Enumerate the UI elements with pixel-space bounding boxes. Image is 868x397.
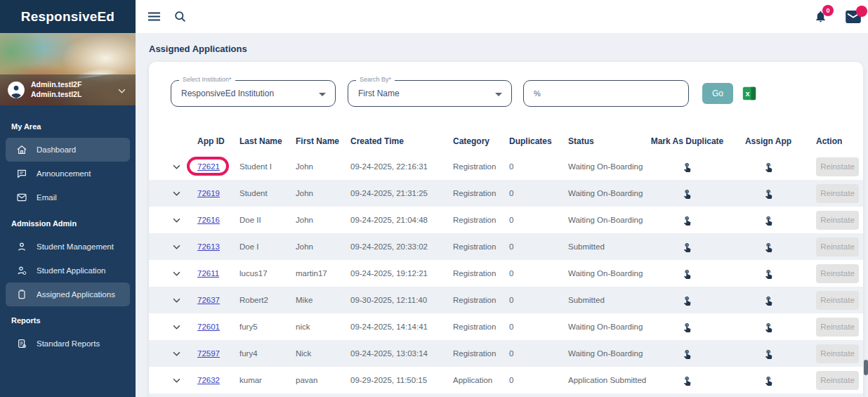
reinstate-button[interactable]: Reinstate (816, 184, 859, 203)
app-id-link[interactable]: 72619 (197, 189, 220, 197)
category-cell: Registration (453, 189, 509, 197)
sidebar-item-assigned-applications[interactable]: Assigned Applications (6, 282, 130, 306)
notifications-bell-icon[interactable]: 0 (814, 10, 827, 23)
report-clipboard-icon (16, 338, 27, 349)
table-row: 72632 kumar pavan 09-29-2025, 11:50:15 A… (149, 367, 863, 393)
sidebar-item-student-application[interactable]: Student Application (6, 259, 130, 282)
app-id-link[interactable]: 72616 (197, 216, 220, 224)
mark-duplicate-touch-icon[interactable] (682, 215, 692, 226)
row-expand-chevron-icon[interactable] (173, 218, 180, 223)
sidebar-item-label: Student Management (37, 242, 114, 251)
table-row: 72601 fury5 nick 09-24-2025, 14:14:41 Re… (149, 313, 863, 340)
last-name-cell: Student I (239, 162, 296, 171)
reinstate-button[interactable]: Reinstate (816, 237, 859, 256)
table-body: 72621 Student I John 09-24-2025, 22:16:3… (149, 153, 863, 397)
col-header-action: Action (805, 136, 863, 146)
row-expand-chevron-icon[interactable] (173, 191, 180, 196)
app-window: ResponsiveEd Admiin.testl2F Admiin.testl… (0, 0, 868, 397)
table-row (149, 393, 863, 397)
mark-duplicate-touch-icon[interactable] (682, 242, 692, 252)
row-expand-chevron-icon[interactable] (173, 378, 180, 383)
duplicates-cell: 0 (509, 242, 568, 251)
duplicates-cell: 0 (509, 162, 568, 171)
app-id-link[interactable]: 72637 (197, 296, 220, 304)
row-expand-chevron-icon[interactable] (173, 164, 180, 169)
mark-duplicate-touch-icon[interactable] (682, 162, 692, 172)
mark-duplicate-touch-icon[interactable] (682, 268, 692, 279)
status-cell: Submitted (568, 242, 643, 251)
table-row: 72619 Student John 09-24-2025, 21:31:25 … (149, 180, 863, 207)
sidebar-banner-image: Admiin.testl2F Admiin.testl2L (0, 33, 136, 105)
search-input[interactable] (524, 81, 688, 106)
first-name-cell: nick (296, 323, 350, 331)
row-expand-chevron-icon[interactable] (173, 271, 180, 276)
reinstate-button[interactable]: Reinstate (816, 318, 859, 337)
mark-duplicate-touch-icon[interactable] (682, 375, 692, 386)
created-time-cell: 09-24-2025, 21:04:48 (350, 216, 453, 224)
row-expand-chevron-icon[interactable] (173, 245, 180, 249)
table-row: 72621 Student I John 09-24-2025, 22:16:3… (149, 153, 863, 180)
section-label-my-area: My Area (11, 122, 136, 131)
reinstate-button[interactable]: Reinstate (816, 157, 859, 176)
category-cell: Registration (453, 349, 509, 358)
mark-duplicate-touch-icon[interactable] (682, 295, 692, 306)
app-id-link[interactable]: 72621 (197, 162, 220, 171)
status-cell: Waiting On-Boarding (568, 323, 643, 331)
last-name-cell: lucus17 (239, 269, 296, 278)
table-row: 72616 Doe II John 09-24-2025, 21:04:48 R… (149, 207, 863, 233)
assign-app-touch-icon[interactable] (763, 295, 774, 306)
search-by-select[interactable]: Search By* First Name (348, 80, 512, 107)
excel-export-icon[interactable]: x (742, 86, 756, 100)
mark-duplicate-touch-icon[interactable] (682, 349, 692, 359)
reinstate-button[interactable]: Reinstate (816, 264, 859, 283)
sidebar: ResponsiveEd Admiin.testl2F Admiin.testl… (0, 0, 136, 397)
sidebar-item-label: Announcement (37, 169, 91, 178)
assign-app-touch-icon[interactable] (763, 322, 774, 332)
app-id-link[interactable]: 72611 (197, 269, 219, 278)
user-chevron-down-icon[interactable] (118, 84, 126, 96)
sidebar-item-label: Dashboard (37, 145, 76, 154)
created-time-cell: 09-24-2025, 14:14:41 (350, 323, 453, 331)
mark-duplicate-touch-icon[interactable] (682, 188, 692, 199)
search-icon[interactable] (173, 10, 187, 23)
institution-select[interactable]: Select Institution* ResponsiveEd Institu… (171, 80, 336, 107)
assign-app-touch-icon[interactable] (763, 215, 774, 226)
go-button[interactable]: Go (702, 83, 733, 104)
app-id-link[interactable]: 72597 (197, 349, 220, 358)
messages-mail-icon[interactable] (846, 11, 861, 23)
app-id-link[interactable]: 72613 (197, 242, 220, 251)
row-expand-chevron-icon[interactable] (173, 298, 180, 303)
topbar: 0 (136, 0, 868, 33)
app-id-link[interactable]: 72632 (197, 376, 220, 384)
menu-hamburger-icon[interactable] (148, 12, 160, 21)
reinstate-button[interactable]: Reinstate (816, 211, 859, 230)
assign-app-touch-icon[interactable] (763, 349, 774, 359)
search-text-field (523, 80, 689, 107)
assign-app-touch-icon[interactable] (763, 188, 774, 199)
sidebar-item-announcement[interactable]: Announcement (6, 162, 130, 186)
reinstate-button[interactable]: Reinstate (816, 344, 859, 363)
user-menu[interactable]: Admiin.testl2F Admiin.testl2L (0, 74, 136, 105)
sidebar-item-email[interactable]: Email (6, 186, 130, 209)
first-name-cell: John (296, 242, 350, 251)
reinstate-button[interactable]: Reinstate (816, 371, 859, 390)
col-header-category: Category (453, 136, 509, 146)
duplicates-cell: 0 (509, 323, 568, 331)
status-cell: Waiting On-Boarding (568, 216, 643, 224)
row-expand-chevron-icon[interactable] (173, 351, 180, 356)
reinstate-button[interactable]: Reinstate (816, 291, 859, 310)
sidebar-item-standard-reports[interactable]: Standard Reports (6, 332, 130, 356)
app-id-link[interactable]: 72601 (197, 323, 220, 331)
last-name-cell: fury5 (239, 323, 296, 331)
assign-app-touch-icon[interactable] (763, 162, 774, 172)
assign-app-touch-icon[interactable] (763, 268, 774, 279)
sidebar-item-label: Email (37, 193, 57, 202)
sidebar-item-student-management[interactable]: Student Management (6, 235, 130, 259)
sidebar-item-dashboard[interactable]: Dashboard (6, 138, 130, 162)
assign-app-touch-icon[interactable] (763, 375, 774, 386)
row-expand-chevron-icon[interactable] (173, 325, 180, 330)
vertical-scrollbar[interactable] (864, 360, 868, 375)
assign-app-touch-icon[interactable] (763, 242, 774, 252)
mark-duplicate-touch-icon[interactable] (682, 322, 692, 332)
app-logo: ResponsiveEd (0, 0, 136, 33)
